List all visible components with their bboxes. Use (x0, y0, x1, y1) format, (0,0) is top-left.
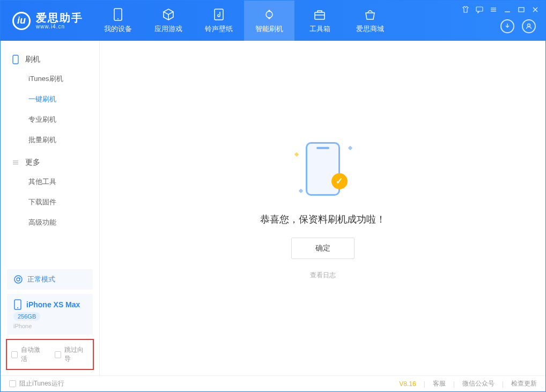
menu-icon[interactable] (490, 6, 497, 13)
download-button[interactable] (500, 19, 514, 33)
svg-rect-4 (315, 12, 324, 19)
maximize-icon[interactable] (518, 6, 525, 13)
sidebar-item-pro-flash[interactable]: 专业刷机 (1, 109, 99, 130)
section-title: 更多 (25, 158, 40, 167)
mode-card[interactable]: 正常模式 (7, 269, 93, 290)
nav-label: 工具箱 (309, 24, 330, 34)
sidebar-item-itunes-flash[interactable]: iTunes刷机 (1, 69, 99, 89)
section-title: 刷机 (25, 55, 40, 64)
app-header: iu 爱思助手 www.i4.cn 我的设备 应用游戏 铃声壁纸 智能刷机 工具… (1, 1, 545, 41)
checkbox-icon (55, 351, 61, 358)
svg-point-14 (528, 24, 530, 27)
checkbox-label: 跳过向导 (64, 345, 88, 364)
svg-point-21 (17, 307, 18, 308)
view-log-link[interactable]: 查看日志 (310, 271, 336, 280)
device-capacity: 256GB (13, 312, 40, 321)
logo-icon: iu (12, 12, 31, 30)
sidebar-item-oneclick-flash[interactable]: 一键刷机 (1, 89, 99, 109)
feedback-icon[interactable] (476, 6, 483, 13)
menu-icon (11, 158, 20, 167)
svg-point-1 (117, 18, 119, 19)
nav-shop[interactable]: 爱思商城 (345, 1, 395, 41)
sync-icon (13, 275, 23, 284)
header-actions (500, 19, 536, 33)
nav-toolbox[interactable]: 工具箱 (294, 1, 345, 41)
device-name: iPhone XS Max (26, 300, 80, 309)
nav-label: 应用游戏 (154, 24, 182, 34)
nav-label: 智能刷机 (255, 24, 283, 34)
cube-icon (162, 8, 175, 21)
success-message: 恭喜您，保资料刷机成功啦！ (260, 213, 386, 226)
sidebar-section-flash: 刷机 (1, 50, 99, 69)
nav-label: 爱思商城 (356, 24, 384, 34)
check-icon: ✓ (331, 173, 348, 189)
footer-link-support[interactable]: 客服 (433, 379, 446, 388)
nav-apps[interactable]: 应用游戏 (143, 1, 194, 41)
shirt-icon[interactable] (462, 6, 469, 13)
device-type: iPhone (13, 323, 32, 329)
shop-icon (364, 8, 377, 21)
sidebar: 刷机 iTunes刷机 一键刷机 专业刷机 批量刷机 更多 其他工具 下载固件 … (1, 41, 100, 375)
account-button[interactable] (522, 19, 536, 33)
sidebar-item-other-tools[interactable]: 其他工具 (1, 172, 99, 192)
checkbox-block-itunes[interactable]: 阻止iTunes运行 (9, 379, 64, 388)
checkbox-label: 阻止iTunes运行 (19, 379, 64, 388)
checkbox-label: 自动激活 (21, 345, 45, 364)
nav-my-device[interactable]: 我的设备 (93, 1, 143, 41)
logo-title: 爱思助手 (36, 12, 83, 24)
refresh-icon (263, 8, 276, 21)
status-bar: 阻止iTunes运行 V8.16 | 客服 | 微信公众号 | 检查更新 (1, 375, 545, 391)
checkbox-icon (11, 351, 18, 358)
main-content: ✓ 恭喜您，保资料刷机成功啦！ 确定 查看日志 (100, 41, 545, 375)
sidebar-item-advanced[interactable]: 高级功能 (1, 212, 99, 233)
nav-flash[interactable]: 智能刷机 (244, 1, 294, 41)
version-label: V8.16 (399, 380, 416, 388)
sidebar-item-batch-flash[interactable]: 批量刷机 (1, 130, 99, 150)
logo-subtitle: www.i4.cn (36, 24, 83, 29)
window-controls-top (462, 6, 539, 13)
device-card[interactable]: iPhone XS Max 256GB iPhone (7, 294, 93, 335)
nav-label: 我的设备 (104, 24, 132, 34)
minimize-icon[interactable] (504, 6, 511, 13)
svg-point-19 (14, 276, 22, 283)
svg-rect-11 (519, 8, 524, 12)
logo: iu 爱思助手 www.i4.cn (1, 12, 93, 30)
top-nav: 我的设备 应用游戏 铃声壁纸 智能刷机 工具箱 爱思商城 (93, 1, 395, 41)
checkbox-auto-activate[interactable]: 自动激活 (11, 345, 45, 364)
flash-options-highlight: 自动激活 跳过向导 (6, 339, 94, 370)
footer-link-update[interactable]: 检查更新 (511, 379, 537, 388)
phone-icon (11, 55, 20, 64)
svg-point-3 (266, 11, 272, 18)
footer-link-wechat[interactable]: 微信公众号 (462, 379, 495, 388)
device-icon (112, 8, 124, 21)
nav-ringtones[interactable]: 铃声壁纸 (194, 1, 244, 41)
mode-label: 正常模式 (27, 275, 55, 284)
toolbox-icon (313, 8, 326, 21)
checkbox-icon (9, 380, 16, 387)
svg-rect-6 (476, 7, 483, 11)
ok-button[interactable]: 确定 (291, 238, 355, 259)
sidebar-section-more: 更多 (1, 153, 99, 172)
svg-rect-15 (13, 55, 18, 64)
success-illustration: ✓ (291, 137, 355, 201)
checkbox-skip-guide[interactable]: 跳过向导 (55, 345, 88, 364)
nav-label: 铃声壁纸 (205, 24, 233, 34)
music-icon (212, 8, 225, 21)
sidebar-item-download-firmware[interactable]: 下载固件 (1, 192, 99, 212)
device-icon (13, 299, 22, 310)
close-icon[interactable] (532, 6, 539, 13)
